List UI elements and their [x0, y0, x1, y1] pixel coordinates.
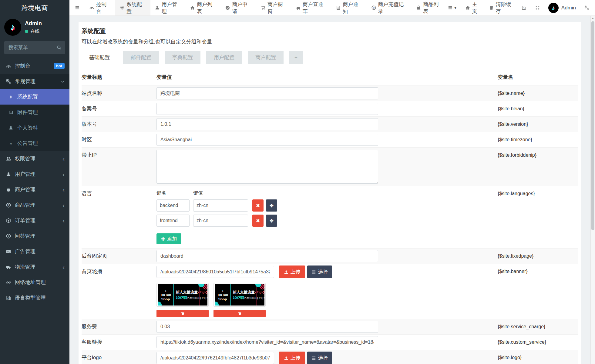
- upload-button[interactable]: 上传: [279, 352, 305, 364]
- lang-key-input[interactable]: [156, 215, 190, 227]
- table-row-custom-service: 客服链接 {$site.custom_service}: [82, 334, 578, 350]
- sidebar-item-dashboard[interactable]: 控制台 hot: [0, 58, 69, 74]
- tab-dashboard[interactable]: 控制台: [85, 0, 115, 15]
- tab-basic-config[interactable]: 基础配置: [82, 51, 117, 64]
- add-tab-button[interactable]: +: [289, 51, 303, 64]
- lang-value-input[interactable]: [193, 215, 248, 227]
- person-icon: [155, 5, 160, 10]
- banner-path-input[interactable]: [156, 266, 274, 278]
- remove-pair-button[interactable]: ✖: [252, 199, 264, 212]
- lang-value-input[interactable]: [193, 199, 248, 212]
- timezone-input[interactable]: [156, 134, 378, 146]
- page-subtitle: 可以在此增改系统的变量和分组,也可以自定义分组和变量: [82, 38, 578, 45]
- beian-input[interactable]: [156, 103, 378, 115]
- sidebar-toggle-button[interactable]: [69, 0, 85, 15]
- tab-merchant-showcase[interactable]: 商户橱窗: [256, 0, 291, 15]
- decor-circle: [215, 302, 219, 306]
- user-status: 在线: [30, 28, 39, 34]
- sidebar-item-network-address[interactable]: 网络地址管理: [0, 275, 69, 290]
- sidebar-item-qa[interactable]: 问答管理: [0, 228, 69, 244]
- user-menu[interactable]: ♪ Admin: [548, 3, 576, 13]
- tab-merchant-list[interactable]: 商户列表: [186, 0, 221, 15]
- table-row-fixed-page: 后台固定页 {$site.fixedpage}: [82, 248, 578, 264]
- sidebar-item-ads[interactable]: 广告管理: [0, 244, 69, 259]
- delete-banner-button[interactable]: [156, 310, 209, 317]
- choose-button[interactable]: 选择: [307, 352, 332, 364]
- upload-icon: [284, 356, 288, 360]
- clear-cache-button[interactable]: 清除缓存: [489, 1, 513, 15]
- custom-service-input[interactable]: [156, 336, 378, 348]
- sidebar-item-system-config[interactable]: 系统配置: [0, 89, 69, 105]
- search-icon[interactable]: [57, 45, 62, 50]
- upload-icon: [284, 270, 288, 274]
- remove-pair-button[interactable]: ✖: [252, 215, 264, 227]
- config-tabs: 基础配置 邮件配置 字典配置 用户配置 商户配置 +: [82, 51, 578, 64]
- config-table: 变量标题 变量值 变量名 站点名称 {$site.name} 备案号: [82, 70, 578, 364]
- admin-app: 跨境电商 ♪ Admin 在线 控制台 hot 常规管理: [0, 0, 595, 364]
- chevron-left-icon: ‹: [62, 264, 65, 270]
- sidebar-item-logistics[interactable]: 物流管理 ‹: [0, 259, 69, 275]
- delete-banner-button[interactable]: [213, 310, 266, 317]
- append-pair-button[interactable]: ✚追加: [156, 233, 181, 244]
- banner-thumbnail[interactable]: ♪TikTokShop 新人支援流量パッケ 100万回の商品露出を受け取: [156, 283, 209, 307]
- sidebar-item-general[interactable]: 常规管理: [0, 74, 69, 89]
- sidebar-item-language-types[interactable]: 语言类型管理: [0, 290, 69, 306]
- drag-pair-button[interactable]: ✥: [266, 199, 277, 212]
- tab-product-list[interactable]: 商品列表: [412, 0, 447, 15]
- sidebar-item-products[interactable]: 商品管理 ‹: [0, 197, 69, 213]
- forbidden-ip-textarea[interactable]: [156, 150, 378, 184]
- main-area: 控制台 系统配置 用户管理 商户列表 商户申请 商户橱窗 商户直通车 商户通知 …: [69, 0, 595, 364]
- table-row-timezone: 时区 {$site.timezone}: [82, 132, 578, 147]
- sidebar-item-permissions[interactable]: 权限管理 ‹: [0, 151, 69, 166]
- banner-thumbnail[interactable]: ♪TikTokShop 新人支援流量パッケ 100万回の商品露出を受け取: [213, 283, 266, 307]
- tab-merchant-recharge[interactable]: 商户充值记录: [367, 0, 412, 15]
- sidebar-item-orders[interactable]: 订单管理 ‹: [0, 213, 69, 228]
- image-icon: [8, 110, 14, 115]
- version-input[interactable]: [156, 118, 378, 130]
- fullscreen-button[interactable]: [535, 5, 540, 10]
- site-name-input[interactable]: [156, 87, 378, 99]
- scrollbar-thumb[interactable]: [591, 21, 594, 230]
- scroll-up-icon[interactable]: ▲: [591, 16, 595, 20]
- sidebar-item-profile[interactable]: 个人资料: [0, 120, 69, 135]
- home-link[interactable]: 主页: [465, 1, 481, 15]
- drag-pair-button[interactable]: ✥: [266, 215, 277, 227]
- fixed-page-input[interactable]: [156, 250, 378, 262]
- question-icon: [5, 234, 12, 239]
- car-icon: [296, 5, 301, 10]
- sidebar-item-attachments[interactable]: 附件管理: [0, 105, 69, 120]
- chevron-left-icon: ‹: [62, 202, 65, 208]
- kv-headers: 键名 键值: [156, 190, 498, 196]
- gears-icon: [5, 79, 12, 84]
- tab-user-config[interactable]: 用户配置: [206, 51, 242, 64]
- service-charge-input[interactable]: [156, 321, 378, 333]
- search-input[interactable]: [4, 41, 65, 54]
- table-rows: 站点名称 {$site.name} 备案号 {$site.beian} 版本号: [82, 85, 578, 364]
- tabs-dropdown-button[interactable]: ▾: [447, 5, 457, 10]
- gears-icon: [584, 5, 589, 10]
- upload-button[interactable]: 上传: [279, 265, 305, 278]
- sidebar-item-announcements[interactable]: 公告管理: [0, 135, 69, 151]
- bag-icon: [416, 5, 421, 10]
- tab-dictionary-config[interactable]: 字典配置: [165, 51, 200, 64]
- user-panel: ♪ Admin 在线: [0, 16, 69, 40]
- tab-system-config[interactable]: 系统配置: [115, 0, 150, 15]
- tab-merchant-express[interactable]: 商户直通车: [291, 0, 331, 15]
- config-panel: 系统配置 可以在此增改系统的变量和分组,也可以自定义分组和变量 基础配置 邮件配…: [79, 22, 581, 364]
- tab-mail-config[interactable]: 邮件配置: [123, 51, 159, 64]
- choose-button[interactable]: 选择: [307, 265, 332, 278]
- tab-user-management[interactable]: 用户管理: [150, 0, 186, 15]
- tab-merchant-config[interactable]: 商户配置: [248, 51, 284, 64]
- tab-merchant-apply[interactable]: 商户申请: [221, 0, 256, 15]
- sidebar-item-merchants[interactable]: 商户管理 ‹: [0, 182, 69, 197]
- gear-icon: [120, 5, 124, 10]
- tab-merchant-notice[interactable]: 商户通知: [331, 0, 367, 15]
- logo-path-input[interactable]: [156, 352, 274, 364]
- page-scrollbar[interactable]: ▲: [590, 16, 595, 364]
- sidebar-item-users[interactable]: 用户管理 ‹: [0, 166, 69, 182]
- settings-button[interactable]: [584, 5, 590, 10]
- chevron-left-icon: ‹: [62, 156, 65, 162]
- translate-button[interactable]: [521, 5, 527, 10]
- lang-key-input[interactable]: [156, 199, 190, 212]
- chevron-left-icon: ‹: [62, 187, 65, 193]
